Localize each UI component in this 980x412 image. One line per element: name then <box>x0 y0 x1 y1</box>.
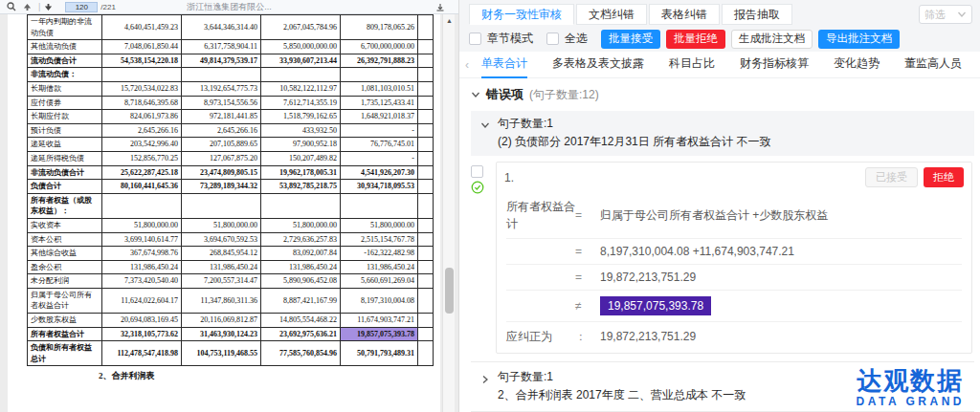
value-cell: 131,986,450.24 <box>182 260 261 274</box>
row-label-cell: 资本公积 <box>28 232 102 247</box>
value-cell: 26,392,791,888.23 <box>341 54 418 68</box>
table-row: 流动负债合计54,538,154,220.1849,814,379,539.17… <box>28 54 434 68</box>
value-cell: 51,800,000.00 <box>182 218 261 232</box>
empty-cell <box>418 165 434 180</box>
formula-row: ≠19,857,075,393.78 <box>506 290 962 321</box>
search-icon[interactable] <box>6 2 16 12</box>
value-cell: 51,800,000.00 <box>341 218 418 232</box>
empty-cell <box>418 151 434 165</box>
select-all-checkbox[interactable] <box>546 33 559 45</box>
error-item: 1. 已接受 拒绝 所有者权益合计=归属于母公司所有者权益合计 +少数股东权益=… <box>471 162 974 354</box>
batch-reject-button[interactable]: 批量拒绝 <box>666 30 725 49</box>
reject-button[interactable]: 拒绝 <box>924 167 964 187</box>
value-cell: 13,192,654,775.73 <box>182 81 261 96</box>
chapter-mode-checkbox[interactable] <box>469 33 481 45</box>
value-cell: 8,197,310,004.08 <box>341 288 418 313</box>
filter-select[interactable]: 筛选 <box>919 5 972 24</box>
subtab-3[interactable]: 财务指标核算 <box>740 52 809 78</box>
table-row: 所有者权益（或股东权益）： <box>28 193 434 218</box>
tab-3[interactable]: 报告抽取 <box>722 4 792 25</box>
value-cell: 131,986,450.24 <box>102 260 182 274</box>
value-cell: 11,674,903,747.21 <box>341 314 418 328</box>
formula-value: 19,857,075,393.78 <box>600 296 962 315</box>
row-label-cell: 应付债券 <box>28 96 102 110</box>
filter-label: 筛选 <box>924 8 946 22</box>
tab-0[interactable]: 财务一致性审核 <box>469 4 574 25</box>
table-row: 所有者权益合计32,318,105,773.6231,463,930,124.2… <box>28 327 434 341</box>
value-cell: - <box>341 151 418 165</box>
formula-operator: = <box>575 271 600 284</box>
row-label-cell: 其他流动负债 <box>28 40 102 54</box>
value-cell: 32,318,105,773.62 <box>102 327 182 341</box>
value-cell: 10,582,122,112.97 <box>261 81 341 96</box>
empty-cell <box>418 288 434 313</box>
accepted-check-icon <box>471 181 484 194</box>
formula-operator: = <box>575 245 600 258</box>
download-icon[interactable] <box>434 2 445 12</box>
review-subtabs: ‹ 单表合计多表格及表文披露科目占比财务指标核算变化趋势董监高人员变动披露 <box>459 52 980 78</box>
page-down-icon[interactable] <box>43 2 54 12</box>
value-cell: 8,718,646,395.68 <box>102 96 182 110</box>
toolbar-divider: | <box>38 2 40 11</box>
row-label-cell: 递延收益 <box>28 138 102 152</box>
collapsed-groups-list: 句子数量:12、合并利润表 2017年度 二、营业总成本 不一致句子数量:12、… <box>471 361 974 412</box>
value-cell: 97,900,952.18 <box>261 138 341 152</box>
error-group-expanded[interactable]: 句子数量:1 (2) 负债部分 2017年12月31日 所有者权益合计 不一致 <box>471 111 974 156</box>
empty-cell <box>418 260 434 274</box>
page-number-input[interactable] <box>65 2 98 12</box>
page-up-icon[interactable] <box>22 2 33 12</box>
table-row: 负债和所有者权益总计112,478,547,418.98104,753,119,… <box>28 341 434 366</box>
batch-accept-button[interactable]: 批量接受 <box>601 30 660 49</box>
value-cell: 50,791,793,489.31 <box>341 341 418 366</box>
formula-operator: = <box>575 208 600 222</box>
scrollbar-thumb[interactable] <box>445 268 454 314</box>
table-row: 一年内到期的非流动负债4,640,451,459.233,644,346,314… <box>28 15 434 40</box>
value-cell: 5,850,000,000.00 <box>261 40 341 54</box>
subtab-0[interactable]: 单表合计 <box>481 52 527 78</box>
subtab-5[interactable]: 董监高人员 <box>904 52 962 78</box>
tab-1[interactable]: 文档纠错 <box>576 4 647 25</box>
empty-cell <box>418 110 434 124</box>
subtab-4[interactable]: 变化趋势 <box>834 52 880 78</box>
subtab-1[interactable]: 多表格及表文披露 <box>552 52 644 78</box>
accepted-button[interactable]: 已接受 <box>865 167 918 187</box>
error-group-collapsed[interactable]: 句子数量:12、合并利润表 2017年度 二、营业总成本 不一致 <box>471 361 974 411</box>
review-tabs: 财务一致性审核文档纠错表格纠错报告抽取 筛选 <box>459 0 980 26</box>
empty-cell <box>418 40 434 54</box>
value-cell: -162,322,482.98 <box>341 247 418 261</box>
value-cell: 14,805,554,468.22 <box>261 314 341 328</box>
formula-value: 19,872,213,751.29 <box>600 330 962 343</box>
value-cell: 809,178,065.26 <box>341 15 418 40</box>
value-cell: 824,061,973.86 <box>102 110 182 124</box>
export-annotation-doc-button[interactable]: 导出批注文档 <box>818 30 900 49</box>
item-checkbox[interactable] <box>471 165 483 178</box>
scroll-up-icon[interactable]: ▲ <box>443 14 456 26</box>
value-cell: 2,067,045,784.96 <box>261 15 341 40</box>
tab-2[interactable]: 表格纠错 <box>649 4 720 25</box>
value-cell: 7,373,420,540.40 <box>102 274 182 289</box>
value-cell: 6,317,758,904.11 <box>182 40 261 54</box>
value-cell: 15,720,534,022.83 <box>102 81 182 96</box>
subtab-2[interactable]: 科目占比 <box>669 52 715 78</box>
generate-annotation-doc-button[interactable]: 生成批注文档 <box>731 30 813 49</box>
empty-cell <box>418 341 434 366</box>
value-cell: 2,645,266.16 <box>102 123 182 138</box>
error-section-header[interactable]: 错误项 (句子数量:12) <box>471 86 974 103</box>
value-cell: - <box>341 123 418 138</box>
table-row: 应付债券8,718,646,395.688,973,154,556.567,61… <box>28 96 434 110</box>
formula-value: 8,197,310,004.08 +11,674,903,747.21 <box>600 245 962 258</box>
row-label-cell: 长期借款 <box>28 81 102 96</box>
review-actions: 章节模式 全选 批量接受 批量拒绝 生成批注文档 导出批注文档 <box>459 26 980 52</box>
table-row: 非流动负债： <box>28 68 434 82</box>
document-viewer-pane: | /221 浙江恒逸集团有限公... 一年内到期的非流动负债4,640,451… <box>0 0 459 412</box>
value-cell: 53,892,785,218.75 <box>261 180 341 194</box>
value-cell: 4,640,451,459.23 <box>102 15 182 40</box>
value-cell: 23,474,809,805.15 <box>182 165 261 180</box>
row-label-cell: 一年内到期的非流动负债 <box>28 15 102 40</box>
value-cell <box>261 68 341 82</box>
group-description: 2、合并利润表 2017年度 二、营业总成本 不一致 <box>498 387 974 403</box>
document-scrollbar[interactable]: ▲ <box>442 14 455 412</box>
table-row: 递延收益203,542,996.40207,105,889.6597,900,9… <box>28 138 434 152</box>
value-cell: 2,515,154,767.78 <box>341 232 418 247</box>
value-cell: 19,962,178,005.31 <box>261 165 341 180</box>
